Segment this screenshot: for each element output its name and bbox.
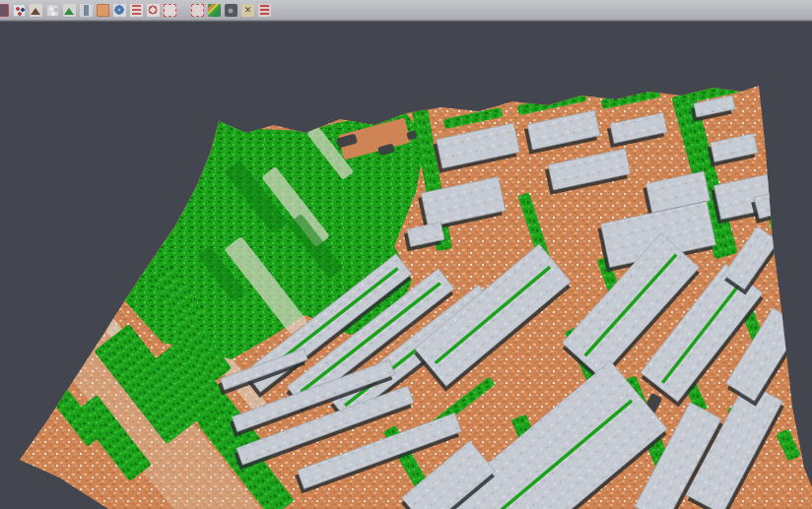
viewport-3d[interactable] [0, 23, 812, 509]
clip-box-edge-icon[interactable] [0, 3, 10, 18]
dsm-terrain-icon[interactable] [62, 3, 77, 18]
sparse-points-icon[interactable] [45, 3, 60, 18]
red-layers-icon[interactable] [129, 3, 144, 18]
profile-view-icon[interactable] [79, 3, 94, 18]
globe-3d-icon[interactable] [112, 3, 127, 18]
snapshot-camera-icon[interactable] [224, 3, 238, 18]
area-select-icon[interactable] [96, 3, 110, 18]
classified-cloud-icon[interactable] [207, 3, 222, 18]
dem-terrain-icon[interactable] [29, 3, 43, 18]
delete-marks-icon[interactable]: ✕ [240, 3, 255, 18]
toolbar: ✕ [0, 0, 812, 20]
point-cloud-scene [0, 23, 812, 509]
clip-dashed-box-icon[interactable] [190, 3, 205, 18]
classify-points-icon[interactable] [12, 3, 27, 18]
circle-select-icon[interactable] [146, 3, 161, 18]
red-bar-icon[interactable] [257, 3, 272, 18]
rect-select-icon[interactable] [163, 3, 177, 18]
